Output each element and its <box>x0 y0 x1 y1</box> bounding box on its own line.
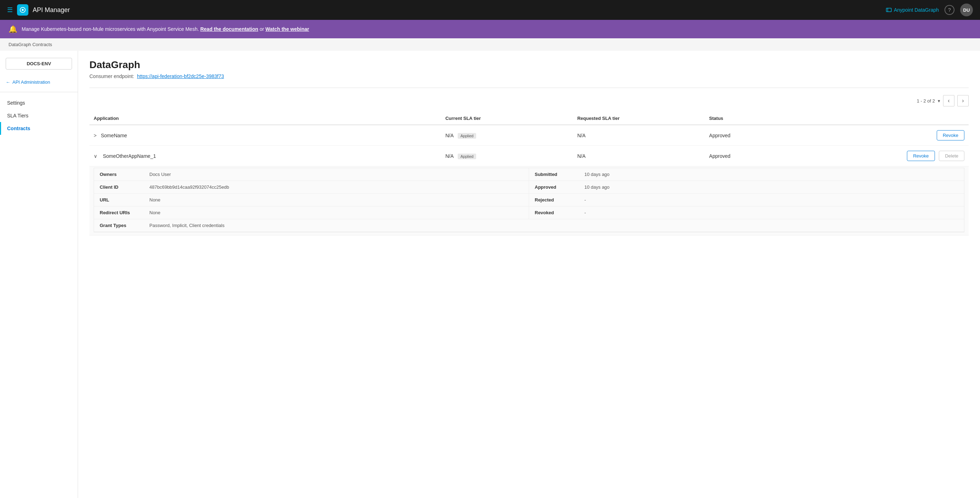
sidebar-item-contracts[interactable]: Contracts <box>0 122 78 135</box>
col-current-sla: Current SLA tier <box>441 112 573 125</box>
banner-icon: 🔔 <box>8 25 18 33</box>
help-button[interactable]: ? <box>945 5 955 15</box>
detail-row: Owners Docs User Submitted 10 days ago C… <box>89 166 969 235</box>
promo-banner: 🔔 Manage Kubernetes-based non-Mule micro… <box>0 20 980 38</box>
approved-value: 10 days ago <box>584 185 958 190</box>
url-label: URL <box>100 197 150 202</box>
menu-icon[interactable]: ☰ <box>7 6 13 14</box>
main-layout: DOCS-ENV ← API Administration Settings S… <box>0 51 980 498</box>
requested-sla-row2: N/A <box>573 146 705 166</box>
watch-webinar-link[interactable]: Watch the webinar <box>266 26 309 32</box>
app-name-cell: > SomeName <box>89 125 441 146</box>
revoked-label: Revoked <box>535 210 584 215</box>
nav-right: Anypoint DataGraph ? DU <box>886 3 973 16</box>
revoked-detail: Revoked - <box>529 207 964 219</box>
svg-point-1 <box>22 9 24 11</box>
redirect-uris-value: None <box>150 210 523 215</box>
next-page-button[interactable]: › <box>957 95 969 107</box>
app-name-cell-row2: ∨ SomeOtherAppName_1 <box>89 146 441 166</box>
table-header-row: Application Current SLA tier Requested S… <box>89 112 969 125</box>
current-sla-row1: N/A Applied <box>441 125 573 146</box>
pagination-row: 1 - 2 of 2 ▾ ‹ › <box>89 95 969 107</box>
top-navigation: ☰ API Manager Anypoint DataGraph ? DU <box>0 0 980 20</box>
delete-button-row2[interactable]: Delete <box>939 151 964 161</box>
grant-types-label: Grant Types <box>100 223 150 228</box>
owners-label: Owners <box>100 172 150 177</box>
client-id-value: 487bc69bb9d14caa92f932074cc25edb <box>150 185 523 190</box>
app-name-row2: SomeOtherAppName_1 <box>103 153 156 159</box>
col-status: Status <box>705 112 837 125</box>
consumer-endpoint-label: Consumer endpoint: <box>89 73 134 79</box>
back-arrow-icon: ← <box>6 80 10 85</box>
main-content: DataGraph Consumer endpoint: https://api… <box>78 51 980 498</box>
table-row: > SomeName N/A Applied N/A Approved Revo… <box>89 125 969 146</box>
col-actions <box>837 112 969 125</box>
contracts-table: Application Current SLA tier Requested S… <box>89 112 969 235</box>
sidebar-item-settings[interactable]: Settings <box>0 97 78 109</box>
revoked-value: - <box>584 210 958 215</box>
detail-cell: Owners Docs User Submitted 10 days ago C… <box>89 166 969 235</box>
client-id-label: Client ID <box>100 185 150 190</box>
breadcrumb: DataGraph Contracts <box>0 38 980 51</box>
rejected-value: - <box>584 197 958 202</box>
approved-label: Approved <box>535 185 584 190</box>
rejected-label: Rejected <box>535 197 584 202</box>
client-id-detail: Client ID 487bc69bb9d14caa92f932074cc25e… <box>94 181 529 194</box>
svg-rect-2 <box>886 8 891 12</box>
grant-types-detail: Grant Types Password, Implicit, Client c… <box>94 219 529 232</box>
read-docs-link[interactable]: Read the documentation <box>200 26 258 32</box>
status-row2: Approved <box>705 146 837 166</box>
status-row1: Approved <box>705 125 837 146</box>
redirect-uris-detail: Redirect URIs None <box>94 207 529 219</box>
rejected-detail: Rejected - <box>529 194 964 207</box>
approved-detail: Approved 10 days ago <box>529 181 964 194</box>
submitted-value: 10 days ago <box>584 172 958 177</box>
expand-row2-button[interactable]: ∨ <box>94 153 97 159</box>
datagraph-link[interactable]: Anypoint DataGraph <box>886 7 939 13</box>
submitted-label: Submitted <box>535 172 584 177</box>
anypoint-logo <box>17 4 29 16</box>
current-sla-row2: N/A Applied <box>441 146 573 166</box>
pagination-dropdown-icon[interactable]: ▾ <box>938 98 940 103</box>
owners-detail: Owners Docs User <box>94 168 529 181</box>
submitted-detail: Submitted 10 days ago <box>529 168 964 181</box>
api-title: DataGraph <box>89 59 969 71</box>
prev-page-button[interactable]: ‹ <box>943 95 955 107</box>
url-detail: URL None <box>94 194 529 207</box>
applied-badge-row2: Applied <box>458 154 477 159</box>
table-row: ∨ SomeOtherAppName_1 N/A Applied N/A App… <box>89 146 969 166</box>
redirect-uris-label: Redirect URIs <box>100 210 150 215</box>
sidebar-item-sla-tiers[interactable]: SLA Tiers <box>0 109 78 122</box>
app-name-row1: SomeName <box>101 133 127 138</box>
col-requested-sla: Requested SLA tier <box>573 112 705 125</box>
sidebar-divider <box>0 92 78 92</box>
revoke-button-row1[interactable]: Revoke <box>937 130 964 140</box>
banner-text: Manage Kubernetes-based non-Mule microse… <box>22 26 309 32</box>
requested-sla-row1: N/A <box>573 125 705 146</box>
sidebar: DOCS-ENV ← API Administration Settings S… <box>0 51 78 498</box>
app-title: API Manager <box>33 6 882 14</box>
consumer-endpoint-url[interactable]: https://api-federation-bf2dc25e-3983f73 <box>137 73 224 79</box>
url-value: None <box>150 197 523 202</box>
revoke-button-row2[interactable]: Revoke <box>907 151 935 161</box>
grant-types-right-spacer <box>529 219 964 232</box>
detail-grid: Owners Docs User Submitted 10 days ago C… <box>94 168 964 232</box>
env-selector[interactable]: DOCS-ENV <box>6 58 72 70</box>
consumer-endpoint-row: Consumer endpoint: https://api-federatio… <box>89 73 969 79</box>
user-avatar[interactable]: DU <box>960 3 973 16</box>
back-to-api-admin[interactable]: ← API Administration <box>0 76 78 88</box>
grant-types-value: Password, Implicit, Client credentials <box>150 223 523 228</box>
expand-row1-button[interactable]: > <box>94 133 97 138</box>
col-application: Application <box>89 112 441 125</box>
owners-value: Docs User <box>150 172 523 177</box>
applied-badge-row1: Applied <box>458 133 477 139</box>
pagination-info: 1 - 2 of 2 <box>917 98 935 103</box>
action-cell-row1: Revoke <box>837 125 969 146</box>
content-divider <box>89 88 969 88</box>
action-cell-row2: Revoke Delete <box>837 146 969 166</box>
